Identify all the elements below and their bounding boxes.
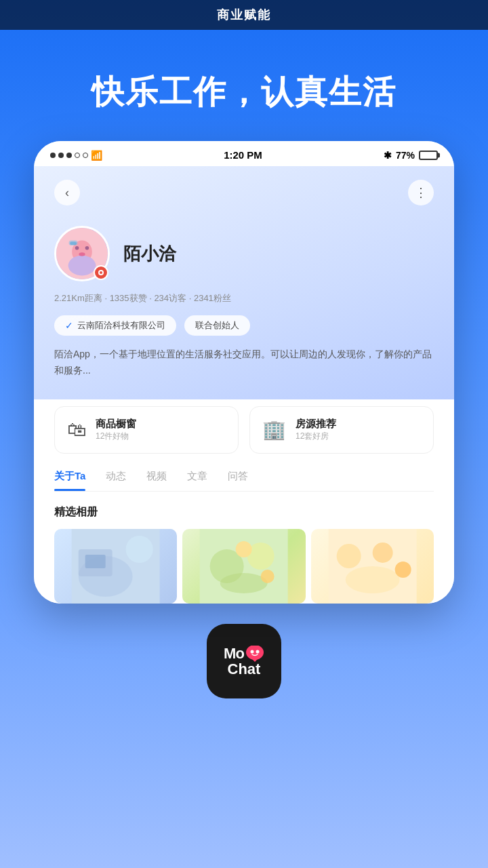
svg-point-24 <box>345 566 399 593</box>
photo-3 <box>311 529 434 604</box>
signal-dot-3 <box>66 153 72 158</box>
battery-icon <box>419 151 438 160</box>
photo-2 <box>182 529 305 604</box>
verified-icon: ✓ <box>65 320 73 331</box>
svg-point-29 <box>256 650 259 653</box>
avatar-row: 陌小洽 <box>54 226 434 281</box>
stats-text: 2.21Km距离 · 1335获赞 · 234访客 · 2341粉丝 <box>54 293 231 303</box>
house-card[interactable]: 🏢 房源推荐 12套好房 <box>249 406 434 454</box>
house-info: 房源推荐 12套好房 <box>296 418 336 442</box>
album-title: 精选相册 <box>54 505 434 519</box>
status-bar: 📶 1:20 PM ✱ 77% <box>34 141 454 166</box>
bottom-area: Mo Chat <box>0 604 488 712</box>
avatar-badge <box>94 265 108 280</box>
svg-point-14 <box>126 536 153 563</box>
avatar-container <box>54 226 110 281</box>
cards-row: 🛍 商品橱窗 12件好物 🏢 房源推荐 12套好房 <box>54 406 434 454</box>
svg-point-23 <box>372 542 392 563</box>
bio-text: 陌洽App，一个基于地理位置的生活服务社交应用。可以让周边的人发现你，了解你的产… <box>54 347 434 379</box>
tab-video[interactable]: 视频 <box>146 470 167 491</box>
signal-dot-1 <box>50 153 56 158</box>
photo-grid <box>54 529 434 604</box>
photo-1 <box>54 529 177 604</box>
svg-point-3 <box>75 246 79 250</box>
stats-row: 2.21Km距离 · 1335获赞 · 234访客 · 2341粉丝 <box>54 292 434 304</box>
top-bar-title: 商业赋能 <box>217 8 271 22</box>
svg-point-9 <box>100 271 102 274</box>
battery-percent: 77% <box>396 150 415 161</box>
house-icon: 🏢 <box>262 418 286 441</box>
content-area: 🛍 商品橱窗 12件好物 🏢 房源推荐 12套好房 关于Ta <box>34 393 454 604</box>
svg-rect-13 <box>85 555 106 568</box>
shop-icon: 🛍 <box>67 418 86 441</box>
tab-article[interactable]: 文章 <box>187 470 207 491</box>
bluetooth-icon: ✱ <box>384 150 392 161</box>
house-title: 房源推荐 <box>296 418 336 431</box>
svg-point-28 <box>250 650 253 653</box>
logo-chat: Chat <box>228 662 261 677</box>
nav-row: ‹ ⋮ <box>54 180 434 205</box>
shop-card[interactable]: 🛍 商品橱窗 12件好物 <box>54 406 239 454</box>
tab-qa[interactable]: 问答 <box>228 470 248 491</box>
shop-title: 商品橱窗 <box>96 418 136 431</box>
status-left: 📶 <box>50 150 102 161</box>
top-bar: 商业赋能 <box>0 0 488 30</box>
svg-point-18 <box>220 573 268 593</box>
signal-dot-5 <box>83 153 88 158</box>
profile-header-bg: ‹ ⋮ <box>34 166 454 399</box>
svg-point-20 <box>261 570 274 583</box>
svg-point-2 <box>68 256 96 276</box>
shop-sub: 12件好物 <box>96 431 136 442</box>
company-name: 云南陌洽科技有限公司 <box>77 319 165 332</box>
phone-mockup: 📶 1:20 PM ✱ 77% ‹ ⋮ <box>34 141 454 604</box>
more-button[interactable]: ⋮ <box>408 180 434 205</box>
svg-point-19 <box>236 541 252 557</box>
back-button[interactable]: ‹ <box>54 180 80 205</box>
house-sub: 12套好房 <box>296 431 336 442</box>
tags-row: ✓ 云南陌洽科技有限公司 联合创始人 <box>54 315 434 336</box>
status-time: 1:20 PM <box>224 149 262 161</box>
svg-rect-7 <box>70 241 76 245</box>
tab-dynamic[interactable]: 动态 <box>106 470 126 491</box>
company-tag: ✓ 云南陌洽科技有限公司 <box>54 315 176 336</box>
svg-point-26 <box>246 646 264 660</box>
tab-about[interactable]: 关于Ta <box>54 470 85 491</box>
app-logo: Mo Chat <box>207 624 281 698</box>
role-text: 联合创始人 <box>195 319 239 332</box>
svg-point-22 <box>336 544 361 568</box>
wifi-icon: 📶 <box>91 150 102 161</box>
profile-name: 陌小洽 <box>123 242 176 266</box>
logo-icon <box>245 646 264 662</box>
phone-wrapper: 📶 1:20 PM ✱ 77% ‹ ⋮ <box>0 141 488 604</box>
signal-dot-2 <box>58 153 64 158</box>
hero-section: 快乐工作，认真生活 <box>0 30 488 141</box>
logo-mo: Mo <box>224 646 244 661</box>
svg-point-5 <box>79 252 85 256</box>
role-tag: 联合创始人 <box>184 315 250 336</box>
status-right: ✱ 77% <box>384 150 438 161</box>
signal-dot-4 <box>75 153 80 158</box>
tabs-row: 关于Ta 动态 视频 文章 问答 <box>54 470 434 492</box>
svg-point-25 <box>394 561 411 578</box>
svg-point-4 <box>85 246 89 250</box>
hero-title: 快乐工作，认真生活 <box>14 71 474 114</box>
shop-info: 商品橱窗 12件好物 <box>96 418 136 442</box>
